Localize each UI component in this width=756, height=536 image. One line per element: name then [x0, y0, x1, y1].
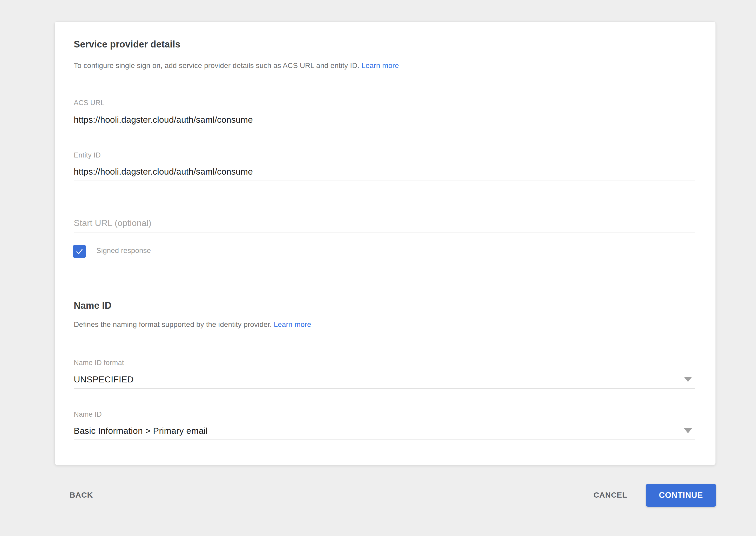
acs-url-label: ACS URL [74, 99, 695, 107]
name-id-description: Defines the naming format supported by t… [74, 320, 695, 329]
service-provider-details-card: Service provider details To configure si… [54, 21, 716, 465]
name-id-learn-more-link[interactable]: Learn more [274, 320, 311, 328]
name-id-format-label: Name ID format [74, 359, 695, 367]
signed-response-label: Signed response [96, 247, 151, 255]
chevron-down-icon [684, 377, 692, 382]
cancel-button[interactable]: CANCEL [594, 484, 627, 506]
sso-setup-page: Service provider details To configure si… [0, 0, 756, 536]
service-provider-details-title: Service provider details [74, 39, 695, 50]
start-url-input[interactable] [74, 217, 695, 232]
entity-id-input[interactable] [74, 165, 695, 181]
name-id-label: Name ID [74, 411, 695, 419]
name-id-value: Basic Information > Primary email [74, 426, 208, 436]
service-provider-learn-more-link[interactable]: Learn more [361, 61, 399, 70]
chevron-down-icon [684, 428, 692, 433]
name-id-section-title: Name ID [74, 300, 695, 311]
name-id-description-text: Defines the naming format supported by t… [74, 320, 272, 328]
service-provider-description: To configure single sign on, add service… [74, 61, 695, 70]
entity-id-label: Entity ID [74, 151, 695, 159]
continue-button[interactable]: CONTINUE [646, 484, 716, 507]
service-provider-description-text: To configure single sign on, add service… [74, 61, 359, 70]
name-id-select[interactable]: Basic Information > Primary email [74, 424, 695, 440]
name-id-format-select[interactable]: UNSPECIFIED [74, 373, 695, 389]
checkmark-icon [75, 247, 84, 256]
acs-url-input[interactable] [74, 113, 695, 129]
name-id-format-value: UNSPECIFIED [74, 374, 134, 385]
back-button[interactable]: BACK [70, 484, 93, 506]
signed-response-checkbox[interactable] [73, 245, 86, 258]
